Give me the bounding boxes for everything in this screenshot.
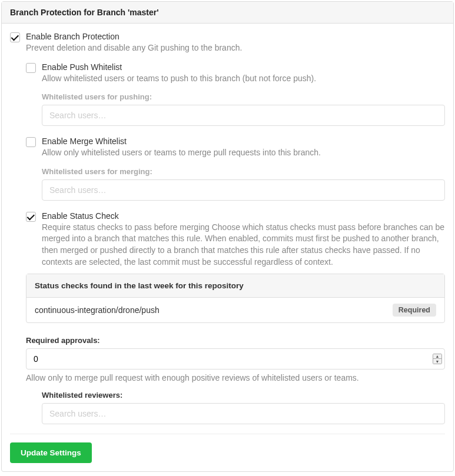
checkbox-enable-branch-protection[interactable]	[10, 32, 20, 42]
label-enable-status-check: Enable Status Check	[42, 211, 445, 221]
field-enable-push-whitelist: Enable Push Whitelist Allow whitelisted …	[26, 62, 445, 85]
desc-enable-branch-protection: Prevent deletion and disable any Git pus…	[26, 42, 445, 54]
number-spinner: ▲ ▼	[433, 354, 442, 364]
field-enable-branch-protection: Enable Branch Protection Prevent deletio…	[10, 32, 445, 54]
field-text: Enable Status Check Require status check…	[42, 211, 445, 268]
desc-enable-status-check: Require status checks to pass before mer…	[42, 222, 445, 268]
status-check-row: continuous-integration/drone/push Requir…	[26, 298, 444, 322]
panel-title: Branch Protection for Branch 'master'	[2, 2, 453, 24]
desc-enable-merge-whitelist: Allow only whitelisted users or teams to…	[42, 147, 445, 159]
label-whitelisted-reviewers: Whitelisted reviewers:	[42, 391, 445, 400]
label-enable-branch-protection: Enable Branch Protection	[26, 32, 445, 41]
spinner-down-icon[interactable]: ▼	[433, 359, 441, 364]
input-required-approvals[interactable]	[26, 349, 433, 369]
status-checks-box: Status checks found in the last week for…	[26, 274, 445, 323]
status-check-name: continuous-integration/drone/push	[35, 305, 160, 315]
panel-body: Enable Branch Protection Prevent deletio…	[2, 24, 453, 471]
divider	[10, 434, 445, 434]
branch-protection-panel: Branch Protection for Branch 'master' En…	[1, 1, 454, 472]
field-text: Enable Merge Whitelist Allow only whitel…	[42, 137, 445, 159]
desc-required-approvals: Allow only to merge pull request with en…	[26, 373, 445, 382]
label-enable-push-whitelist: Enable Push Whitelist	[42, 62, 445, 72]
input-whitelisted-reviewers[interactable]	[42, 403, 445, 424]
checkbox-enable-push-whitelist[interactable]	[26, 63, 36, 73]
status-check-badge[interactable]: Required	[393, 304, 436, 317]
input-push-whitelist-users[interactable]	[42, 105, 445, 126]
field-enable-status-check: Enable Status Check Require status check…	[26, 211, 445, 268]
label-enable-merge-whitelist: Enable Merge Whitelist	[42, 137, 445, 146]
push-whitelist-users-block: Whitelisted users for pushing:	[42, 92, 445, 126]
desc-enable-push-whitelist: Allow whitelisted users or teams to push…	[42, 73, 445, 85]
input-merge-whitelist-users[interactable]	[42, 179, 445, 201]
field-enable-merge-whitelist: Enable Merge Whitelist Allow only whitel…	[26, 137, 445, 159]
whitelisted-reviewers-block: Whitelisted reviewers:	[42, 391, 445, 424]
label-push-whitelist-users: Whitelisted users for pushing:	[42, 92, 445, 101]
update-settings-button[interactable]: Update Settings	[10, 442, 92, 463]
checkbox-enable-merge-whitelist[interactable]	[26, 137, 36, 147]
field-text: Enable Push Whitelist Allow whitelisted …	[42, 62, 445, 85]
checkbox-enable-status-check[interactable]	[26, 212, 36, 222]
label-required-approvals: Required approvals:	[26, 336, 445, 345]
status-checks-header: Status checks found in the last week for…	[26, 274, 444, 298]
required-approvals-select[interactable]: ▲ ▼	[26, 348, 445, 370]
merge-whitelist-users-block: Whitelisted users for merging:	[42, 167, 445, 201]
label-merge-whitelist-users: Whitelisted users for merging:	[42, 167, 445, 176]
field-text: Enable Branch Protection Prevent deletio…	[26, 32, 445, 54]
required-approvals-block: Required approvals: ▲ ▼	[26, 336, 445, 370]
spinner-up-icon[interactable]: ▲	[433, 354, 441, 359]
